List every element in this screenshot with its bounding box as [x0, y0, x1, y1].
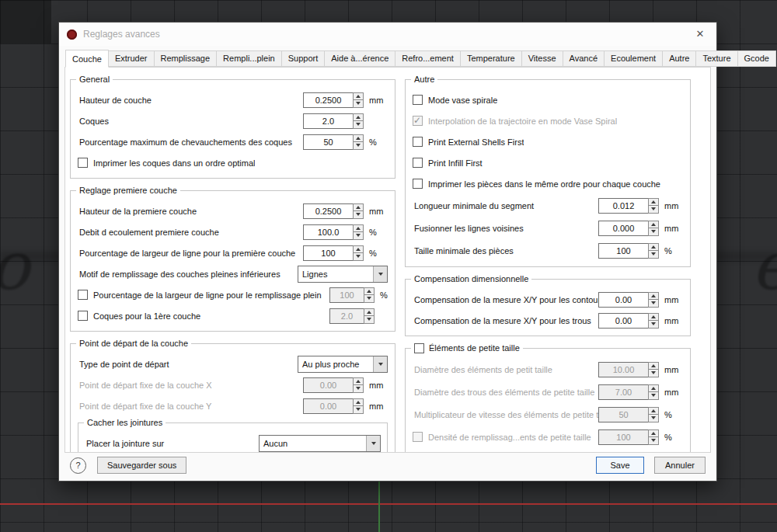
tab-gcode[interactable]: Gcode — [737, 50, 776, 67]
spinner-down-button[interactable] — [353, 100, 364, 108]
tab-couche[interactable]: Couche — [65, 50, 109, 68]
spinner-down-button[interactable] — [353, 142, 364, 150]
spinner-down-button[interactable] — [648, 415, 659, 422]
spinner-value[interactable]: 0.00 — [303, 377, 353, 393]
spinner-down-button[interactable] — [364, 316, 375, 324]
dropdown-start-point-type[interactable]: Au plus proche — [298, 356, 388, 373]
spinner-up-button[interactable] — [648, 313, 659, 322]
spinner-value[interactable]: 100 — [329, 287, 364, 303]
spinner-up-button[interactable] — [353, 203, 364, 212]
spinner-down-button[interactable] — [648, 392, 659, 400]
checkbox-solid-infill-line-width[interactable] — [78, 290, 88, 300]
dropdown-seam-placement[interactable]: Aucun — [259, 435, 381, 452]
spinner-down-button[interactable] — [353, 211, 364, 219]
spinner-xy-compensation-contours[interactable]: 0.00 — [598, 292, 659, 308]
tab-texture[interactable]: Texture — [695, 50, 737, 67]
spinner-value[interactable]: 100 — [598, 429, 648, 445]
spinner-down-button[interactable] — [353, 406, 364, 414]
chevron-down-icon[interactable] — [373, 356, 387, 372]
spinner-value[interactable]: 100 — [303, 245, 353, 261]
spinner-value[interactable]: 0.00 — [598, 292, 648, 308]
spinner-value[interactable]: 0.2500 — [303, 92, 353, 108]
dropdown-bottom-infill-pattern[interactable]: Lignes — [298, 266, 388, 283]
spinner-up-button[interactable] — [353, 113, 364, 122]
spinner-down-button[interactable] — [353, 121, 364, 129]
spinner-merge-neighbour-lines[interactable]: 0.000 — [598, 221, 659, 236]
spinner-shell-overlap[interactable]: 50 — [303, 134, 364, 150]
spinner-up-button[interactable] — [648, 407, 659, 416]
spinner-up-button[interactable] — [353, 245, 364, 254]
spinner-down-button[interactable] — [353, 385, 364, 393]
spinner-value[interactable]: 0.000 — [598, 221, 648, 236]
spinner-down-button[interactable] — [648, 437, 659, 445]
spinner-up-button[interactable] — [648, 292, 659, 301]
spinner-down-button[interactable] — [648, 321, 659, 329]
chevron-down-icon[interactable] — [366, 436, 380, 451]
spinner-value[interactable]: 0.2500 — [303, 203, 353, 219]
spinner-up-button[interactable] — [648, 198, 659, 207]
spinner-down-button[interactable] — [353, 253, 364, 261]
spinner-xy-compensation-holes[interactable]: 0.00 — [598, 313, 659, 329]
tab-vitesse[interactable]: Vitesse — [521, 50, 563, 67]
spinner-small-hole-diameter[interactable]: 7.00 — [598, 384, 659, 400]
spinner-small-feature-speed-multiplier[interactable]: 50 — [598, 407, 659, 422]
tab-support[interactable]: Support — [281, 50, 326, 67]
checkbox-optimal-shell-order[interactable] — [78, 158, 88, 168]
spinner-down-button[interactable] — [364, 295, 375, 303]
spinner-down-button[interactable] — [353, 232, 364, 240]
spinner-fixed-start-x[interactable]: 0.00 — [303, 377, 364, 393]
spinner-value[interactable]: 2.0 — [329, 308, 364, 324]
spinner-up-button[interactable] — [364, 287, 375, 296]
spinner-up-button[interactable] — [353, 134, 364, 143]
tab-temperature[interactable]: Temperature — [460, 50, 522, 67]
chevron-down-icon[interactable] — [373, 266, 387, 282]
spinner-solid-infill-line-width[interactable]: 100 — [329, 287, 375, 303]
spinner-up-button[interactable] — [648, 221, 659, 229]
spinner-down-button[interactable] — [648, 370, 659, 377]
spinner-value[interactable]: 10.00 — [598, 362, 648, 377]
spinner-up-button[interactable] — [648, 384, 659, 393]
spinner-up-button[interactable] — [648, 429, 659, 438]
tab-autre[interactable]: Autre — [662, 50, 696, 67]
spinner-first-layer-height[interactable]: 0.2500 — [303, 203, 364, 219]
spinner-up-button[interactable] — [353, 224, 364, 233]
spinner-down-button[interactable] — [648, 228, 659, 236]
spinner-value[interactable]: 0.00 — [303, 398, 353, 414]
spinner-value[interactable]: 100 — [598, 243, 648, 259]
spinner-first-layer-shells[interactable]: 2.0 — [329, 308, 375, 324]
spinner-up-button[interactable] — [648, 243, 659, 252]
tab-aide-adherence[interactable]: Aide à...érence — [324, 50, 395, 67]
tab-remplissage[interactable]: Remplissage — [154, 50, 218, 67]
spinner-fixed-start-y[interactable]: 0.00 — [303, 398, 364, 414]
checkbox-spiral-interpolation[interactable] — [413, 116, 423, 126]
tab-refroidissement[interactable]: Refro...ement — [395, 50, 461, 67]
spinner-up-button[interactable] — [353, 398, 364, 407]
close-icon[interactable]: ✕ — [692, 26, 709, 43]
tab-ecoulement[interactable]: Ecoulement — [604, 50, 663, 67]
spinner-up-button[interactable] — [353, 377, 364, 386]
checkbox-spiral-vase-mode[interactable] — [413, 95, 423, 105]
help-icon[interactable]: ? — [70, 457, 86, 474]
spinner-value[interactable]: 2.0 — [303, 113, 353, 129]
checkbox-small-features[interactable] — [414, 343, 424, 353]
spinner-down-button[interactable] — [648, 251, 659, 259]
checkbox-same-part-order[interactable] — [413, 179, 423, 189]
tab-extruder[interactable]: Extruder — [108, 50, 155, 67]
spinner-small-feature-diameter[interactable]: 10.00 — [598, 362, 659, 377]
checkbox-first-layer-shells[interactable] — [78, 311, 88, 321]
spinner-value[interactable]: 50 — [303, 134, 353, 150]
spinner-shells[interactable]: 2.0 — [303, 113, 364, 129]
spinner-min-part-size[interactable]: 100 — [598, 243, 659, 259]
save-as-button[interactable]: Sauvegarder sous — [97, 457, 186, 474]
spinner-value[interactable]: 7.00 — [598, 384, 648, 400]
tab-avance[interactable]: Avancé — [563, 50, 605, 67]
spinner-down-button[interactable] — [648, 206, 659, 214]
cancel-button[interactable]: Annuler — [654, 457, 706, 474]
spinner-value[interactable]: 0.012 — [598, 198, 648, 214]
spinner-up-button[interactable] — [353, 92, 364, 101]
checkbox-print-external-shells-first[interactable] — [413, 137, 423, 147]
spinner-value[interactable]: 0.00 — [598, 313, 648, 329]
spinner-layer-height[interactable]: 0.2500 — [303, 92, 364, 108]
checkbox-small-feature-infill-density[interactable] — [413, 432, 423, 442]
spinner-up-button[interactable] — [648, 362, 659, 370]
